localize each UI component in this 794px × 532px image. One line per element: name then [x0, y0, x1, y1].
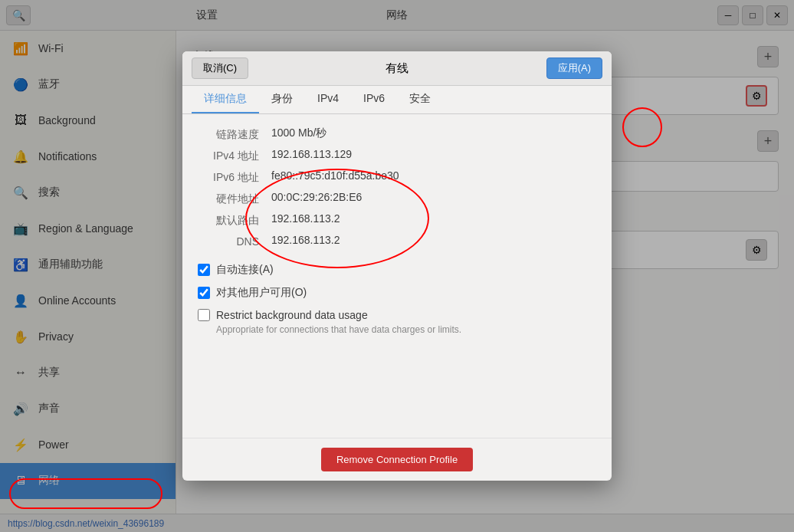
- cancel-button[interactable]: 取消(C): [192, 57, 248, 79]
- restrict-bg-checkbox[interactable]: [198, 309, 210, 321]
- tab-security[interactable]: 安全: [397, 86, 443, 113]
- ipv6-value: fe80::79c5:d10f:d55a:be30: [271, 169, 596, 185]
- link-speed-value: 1000 Mb/秒: [271, 126, 596, 142]
- modal-tabs: 详细信息 身份 IPv4 IPv6 安全: [182, 86, 612, 114]
- modal-body: 链路速度 1000 Mb/秒 IPv4 地址 192.168.113.129 I…: [182, 114, 612, 438]
- other-users-label: 对其他用户可用(O): [216, 286, 307, 300]
- ipv4-value: 192.168.113.129: [271, 148, 596, 163]
- info-grid: 链路速度 1000 Mb/秒 IPv4 地址 192.168.113.129 I…: [198, 126, 596, 248]
- dns-value: 192.168.113.2: [271, 234, 596, 248]
- restrict-bg-label: Restrict background data usage: [216, 309, 368, 321]
- auto-connect-checkbox[interactable]: [198, 264, 210, 276]
- hardware-label: 硬件地址: [198, 191, 259, 206]
- apply-button[interactable]: 应用(A): [546, 57, 602, 79]
- settings-window: 🔍 设置 网络 ─ □ ✕ 📶 Wi-Fi 🔵 蓝牙 🖼 Background: [0, 0, 794, 532]
- link-speed-label: 链路速度: [198, 126, 259, 142]
- default-route-value: 192.168.113.2: [271, 212, 596, 228]
- dns-label: DNS: [198, 234, 259, 248]
- auto-connect-row: 自动连接(A): [198, 263, 596, 277]
- restrict-bg-row: Restrict background data usage: [198, 309, 596, 321]
- ipv6-label: IPv6 地址: [198, 169, 259, 185]
- modal-header: 取消(C) 有线 应用(A): [182, 51, 612, 86]
- modal-title: 有线: [254, 61, 540, 76]
- auto-connect-label: 自动连接(A): [216, 263, 274, 277]
- ipv4-label: IPv4 地址: [198, 148, 259, 163]
- default-route-label: 默认路由: [198, 212, 259, 228]
- restrict-bg-sublabel: Appropriate for connections that have da…: [216, 324, 596, 335]
- tab-ipv4[interactable]: IPv4: [305, 86, 351, 113]
- wired-dialog: 取消(C) 有线 应用(A) 详细信息 身份 IPv4 IPv6 安全 链路速度…: [182, 51, 612, 481]
- tab-ipv6[interactable]: IPv6: [351, 86, 397, 113]
- hardware-value: 00:0C:29:26:2B:E6: [271, 191, 596, 206]
- tab-identity[interactable]: 身份: [259, 86, 305, 113]
- other-users-checkbox[interactable]: [198, 287, 210, 299]
- modal-footer: Remove Connection Profile: [182, 438, 612, 481]
- remove-connection-button[interactable]: Remove Connection Profile: [321, 448, 473, 471]
- other-users-row: 对其他用户可用(O): [198, 286, 596, 300]
- modal-overlay: 取消(C) 有线 应用(A) 详细信息 身份 IPv4 IPv6 安全 链路速度…: [0, 0, 794, 532]
- tab-details[interactable]: 详细信息: [192, 86, 259, 113]
